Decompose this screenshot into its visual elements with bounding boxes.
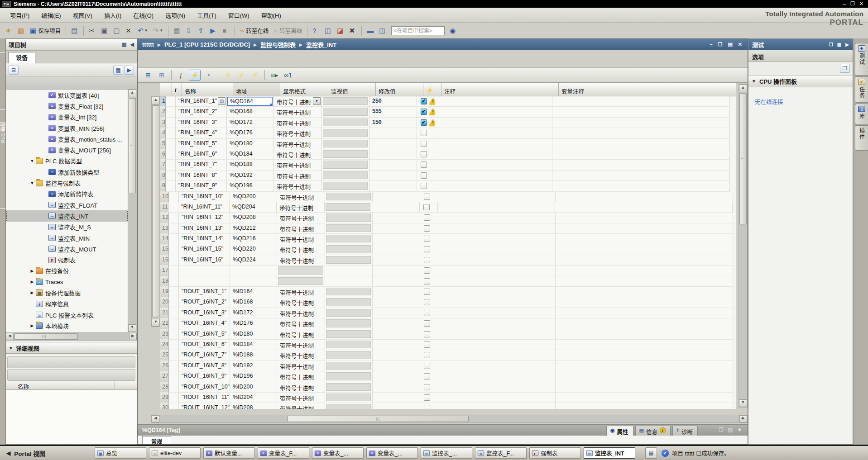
table-row[interactable]: 6"RIN_16INT_6"%QD184带符号十进制 [160, 149, 736, 160]
modify-enable-checkbox[interactable] [421, 119, 427, 126]
menu-帮助[interactable]: 帮助(H) [256, 9, 287, 21]
display-format-cell[interactable]: 带符号十进制 [277, 318, 325, 329]
tag-name-cell[interactable]: "RIN_16INT_15" [179, 244, 230, 255]
comment-cell[interactable] [435, 149, 552, 160]
minimize-icon[interactable]: – [843, 1, 846, 7]
column-header-force[interactable]: ⚡ [423, 83, 441, 96]
comment-cell[interactable] [438, 297, 556, 308]
display-format-cell[interactable]: 带符号十进制 [277, 361, 325, 371]
tag-name-cell[interactable] [179, 266, 230, 276]
tag-name-cell[interactable]: "RIN_16INT_3" [176, 118, 227, 128]
address-cell[interactable]: %ID180 [230, 329, 277, 340]
modify-enable-checkbox[interactable] [424, 320, 430, 327]
tag-comment-cell[interactable] [556, 329, 733, 340]
modify-enable-checkbox[interactable] [424, 225, 430, 232]
column-header-mon[interactable]: 监视值 [328, 83, 376, 96]
table-row[interactable]: 24"ROUT_16INT_6"%ID184带符号十进制 [160, 340, 736, 350]
tree-item-添加新数据类型[interactable]: ✶添加新数据类型 [6, 166, 128, 177]
tag-comment-cell[interactable] [556, 382, 733, 393]
table-row[interactable]: 25"ROUT_16INT_7"%ID188带符号十进制 [160, 350, 736, 360]
tag-comment-cell[interactable] [556, 266, 733, 276]
modify-value-cell[interactable] [373, 340, 420, 350]
modify-value-cell[interactable] [369, 149, 417, 160]
search-in-project-icon[interactable]: ◉ [448, 25, 459, 36]
display-format-cell[interactable]: 带符号十进制 [277, 340, 325, 350]
tag-name-cell[interactable]: "ROUT_16INT_7" [179, 350, 230, 360]
tag-comment-cell[interactable] [556, 350, 733, 360]
table-row[interactable]: 1"RIN_16INT_1"▤%QD164带符号十进制▼250 [160, 96, 736, 107]
modify-value-cell[interactable] [373, 371, 420, 382]
tag-comment-cell[interactable] [556, 318, 733, 329]
tree-horizontal-scrollbar[interactable]: ◀ ||| ▶ [6, 332, 137, 341]
tag-comment-cell[interactable] [556, 276, 733, 287]
modify-value-cell[interactable] [369, 160, 417, 170]
modify-with-trigger-icon[interactable]: ⚡ [235, 70, 247, 81]
display-format-cell[interactable]: 带符号十进制 [277, 297, 325, 308]
modify-value-cell[interactable] [373, 223, 420, 234]
table-row[interactable]: 15"RIN_16INT_15"%QD220带符号十进制 [160, 244, 736, 255]
open-project-icon[interactable]: ▨ [16, 25, 27, 36]
tag-comment-cell[interactable] [552, 160, 730, 170]
table-horizontal-scrollbar[interactable]: ◀ ||| ▶ [151, 415, 748, 423]
tag-comment-cell[interactable] [556, 393, 733, 403]
delete-icon[interactable]: ✕ [124, 25, 134, 36]
modify-enable-checkbox[interactable] [421, 172, 427, 179]
modify-enable-checkbox[interactable] [421, 161, 427, 168]
display-format-cell[interactable]: 带符号十进制 [277, 192, 325, 202]
taskbar-button-变量表_...[interactable]: ≡变量表_... [312, 447, 364, 459]
comment-cell[interactable] [438, 192, 556, 202]
tag-name-cell[interactable]: "ROUT_16INT_2" [179, 297, 230, 308]
modify-value-cell[interactable] [373, 297, 420, 308]
tree-item-变量表_int [32][interactable]: ≡变量表_int [32] [6, 112, 128, 123]
tag-name-cell[interactable]: "ROUT_16INT_12" [179, 403, 230, 409]
modify-enable-checkbox[interactable] [424, 289, 430, 295]
add-row-icon[interactable]: ⊞ [156, 70, 168, 81]
inspector-tab-属性[interactable]: ◉属性 [606, 426, 633, 436]
modify-value-cell[interactable] [369, 128, 417, 138]
tag-name-cell[interactable]: "ROUT_16INT_8" [179, 361, 230, 371]
address-cell[interactable]: %ID164 [230, 287, 277, 297]
address-cell[interactable]: %QD188 [227, 160, 274, 170]
address-cell[interactable]: %QD224 [230, 255, 277, 266]
tree-item-程序信息[interactable]: i程序信息 [6, 299, 128, 309]
address-cell[interactable]: %QD196 [227, 181, 274, 191]
display-format-cell[interactable] [277, 276, 325, 287]
table-row[interactable]: 11"RIN_16INT_11"%QD204带符号十进制 [160, 202, 736, 213]
tag-comment-cell[interactable] [552, 149, 730, 160]
tag-comment-cell[interactable] [552, 171, 730, 181]
comment-cell[interactable] [435, 160, 552, 170]
stop-simulation-icon[interactable]: ◪ [335, 25, 346, 36]
tree-item-变量表_MIN [256][interactable]: ≡变量表_MIN [256] [6, 123, 128, 133]
breadcrumb-item-2[interactable]: 监控与强制表 [260, 40, 296, 49]
tree-item-监控表_FLOAT[interactable]: ∞监控表_FLOAT [6, 199, 128, 210]
modify-value-cell[interactable] [373, 213, 420, 223]
tree-item-变量表_Float [32][interactable]: ≡变量表_Float [32] [6, 100, 128, 111]
tree-item-监控表_M_S[interactable]: ∞监控表_M_S [6, 222, 128, 232]
address-cell[interactable]: %ID204 [230, 393, 277, 403]
tag-name-cell[interactable]: "ROUT_16INT_1" [179, 287, 230, 297]
comment-cell[interactable] [435, 171, 552, 181]
tag-name-cell[interactable]: "RIN_16INT_14" [179, 234, 230, 244]
comment-cell[interactable] [438, 393, 556, 403]
cancel-action-icon[interactable]: ✖ [347, 25, 358, 36]
stop-cpu-icon[interactable]: ■ [221, 25, 231, 36]
inspector-tab-诊断[interactable]: ⚕诊断 [672, 426, 698, 436]
modify-enable-checkbox[interactable] [424, 394, 430, 401]
address-cell[interactable]: %ID196 [230, 371, 277, 382]
start-cpu-icon[interactable]: ▶ [208, 25, 219, 36]
test-panel-control-icon[interactable]: ▥ [837, 42, 841, 47]
taskbar-button-变量表_...[interactable]: ≡变量表_... [366, 447, 418, 459]
comment-cell[interactable] [435, 107, 552, 117]
modify-enable-checkbox[interactable] [424, 246, 430, 252]
modify-value-cell[interactable] [373, 350, 420, 360]
column-header-i[interactable]: i [172, 83, 182, 96]
modify-enable-checkbox[interactable] [424, 299, 430, 305]
upload-icon[interactable]: ⇧ [196, 25, 207, 36]
tag-name-cell[interactable]: "RIN_16INT_10" [179, 192, 230, 202]
tree-filter-icon[interactable]: ⊟ [9, 66, 19, 75]
split-vertical-icon[interactable]: ◫ [377, 25, 388, 36]
modify-value-cell[interactable] [373, 244, 420, 255]
display-format-cell[interactable]: 带符号十进制 [277, 244, 325, 255]
tag-comment-cell[interactable] [556, 297, 733, 308]
address-cell[interactable]: %QD176 [227, 128, 274, 138]
